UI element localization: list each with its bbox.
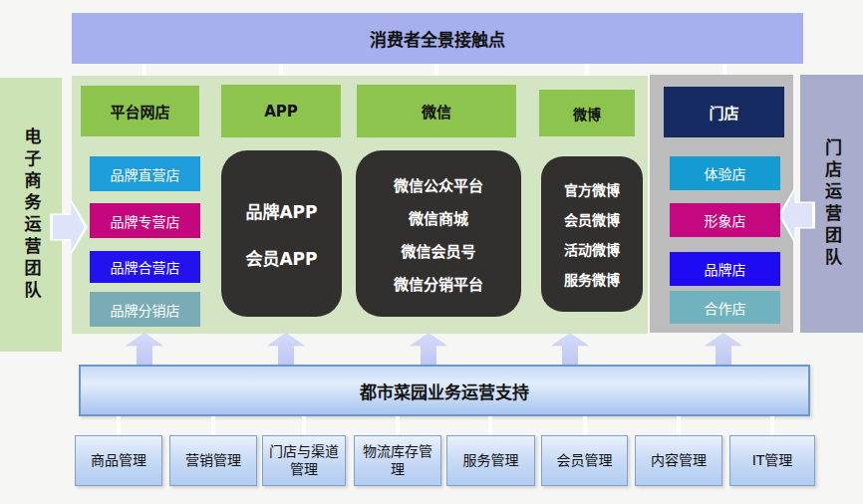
biz-box-label: 营销管理 — [185, 452, 241, 470]
chip-label: 品牌专营店 — [111, 211, 180, 231]
chip-label: 形象店 — [705, 210, 746, 230]
store-team-label: 门店运营团队 — [823, 138, 840, 270]
connector-line — [211, 416, 215, 435]
operations-support-banner: 都市菜园业务运营支持 — [79, 365, 810, 416]
chip-label: 品牌合营店 — [111, 257, 180, 277]
panel-line: 微信会员号 — [401, 240, 475, 261]
biz-box-label: 服务管理 — [463, 452, 519, 470]
up-arrow — [410, 333, 447, 366]
column-header-weibo: 微博 — [539, 90, 635, 136]
biz-box-label: 物流库存管理 — [359, 443, 436, 478]
box-logistics-inventory-mgmt: 物流库存管理 — [354, 435, 441, 486]
column-header-platform-stores: 平台网店 — [81, 86, 199, 136]
biz-box-label: IT管理 — [752, 452, 793, 470]
up-arrow — [551, 333, 589, 366]
panel-line: 服务微博 — [564, 269, 620, 289]
panel-line: 微信商城 — [409, 207, 468, 228]
consumer-touchpoint-banner: 消费者全景接触点 — [72, 13, 803, 64]
wechat-panel: 微信公众平台 微信商城 微信会员号 微信分销平台 — [356, 150, 521, 317]
weibo-panel: 官方微博 会员微博 活动微博 服务微博 — [541, 156, 643, 312]
column-header-label: 门店 — [709, 102, 738, 123]
up-arrow — [705, 333, 742, 366]
brand-joint-store-chip: 品牌合营店 — [90, 251, 200, 283]
connector-line — [396, 416, 400, 435]
brand-store-chip: 品牌店 — [670, 252, 780, 286]
column-header-label: 平台网店 — [110, 101, 169, 122]
box-it-mgmt: IT管理 — [729, 435, 815, 486]
connector-line — [583, 416, 587, 435]
brand-franchise-store-chip: 品牌专营店 — [90, 203, 200, 238]
panel-line: 品牌APP — [245, 198, 317, 223]
experience-store-chip: 体验店 — [670, 156, 780, 190]
column-header-store: 门店 — [664, 87, 784, 137]
chip-label: 品牌分销店 — [111, 300, 180, 320]
brand-distribution-store-chip: 品牌分销店 — [90, 292, 200, 327]
panel-line: 会员微博 — [564, 209, 620, 229]
column-header-label: APP — [264, 103, 298, 121]
biz-box-label: 商品管理 — [91, 452, 146, 470]
box-member-mgmt: 会员管理 — [541, 435, 628, 486]
panel-line: 会员APP — [245, 245, 317, 270]
box-service-mgmt: 服务管理 — [446, 435, 535, 486]
up-arrow — [267, 333, 305, 366]
chip-label: 合作店 — [705, 298, 746, 318]
chip-label: 品牌店 — [705, 259, 746, 279]
chip-label: 体验店 — [705, 163, 746, 183]
column-header-wechat: 微信 — [357, 85, 516, 137]
box-marketing-mgmt: 营销管理 — [169, 435, 257, 486]
panel-line: 微信分销平台 — [394, 273, 483, 294]
connector-line — [117, 416, 121, 435]
column-header-app: APP — [221, 85, 341, 137]
operations-support-label: 都市菜园业务运营支持 — [360, 378, 529, 403]
biz-box-label: 内容管理 — [651, 452, 707, 470]
consumer-touchpoint-label: 消费者全景接触点 — [370, 26, 505, 51]
column-header-label: 微信 — [422, 101, 451, 122]
biz-box-label: 会员管理 — [557, 452, 613, 470]
connector-line — [770, 416, 774, 435]
connector-line — [488, 416, 492, 435]
panel-line: 微信公众平台 — [394, 174, 483, 195]
chip-label: 品牌直营店 — [111, 164, 180, 184]
connector-line — [302, 416, 306, 435]
biz-box-label: 门店与渠道管理 — [267, 443, 341, 478]
ecommerce-team-label: 电子商务运营团队 — [23, 127, 40, 303]
panel-line: 官方微博 — [564, 179, 620, 199]
diagram-canvas: 消费者全景接触点 电子商务运营团队 门店运营团队 平台网店 品牌直营店 品牌专营… — [0, 0, 863, 504]
partner-store-chip: 合作店 — [670, 291, 780, 324]
column-header-label: 微博 — [573, 104, 601, 124]
image-store-chip: 形象店 — [670, 203, 780, 237]
box-product-mgmt: 商品管理 — [75, 435, 162, 486]
brand-direct-store-chip: 品牌直营店 — [90, 156, 200, 191]
box-store-channel-mgmt: 门店与渠道管理 — [262, 435, 346, 486]
up-arrow — [126, 333, 163, 366]
app-panel: 品牌APP 会员APP — [221, 150, 342, 317]
box-content-mgmt: 内容管理 — [635, 435, 722, 486]
panel-line: 活动微博 — [564, 239, 620, 259]
connector-line — [677, 416, 681, 435]
